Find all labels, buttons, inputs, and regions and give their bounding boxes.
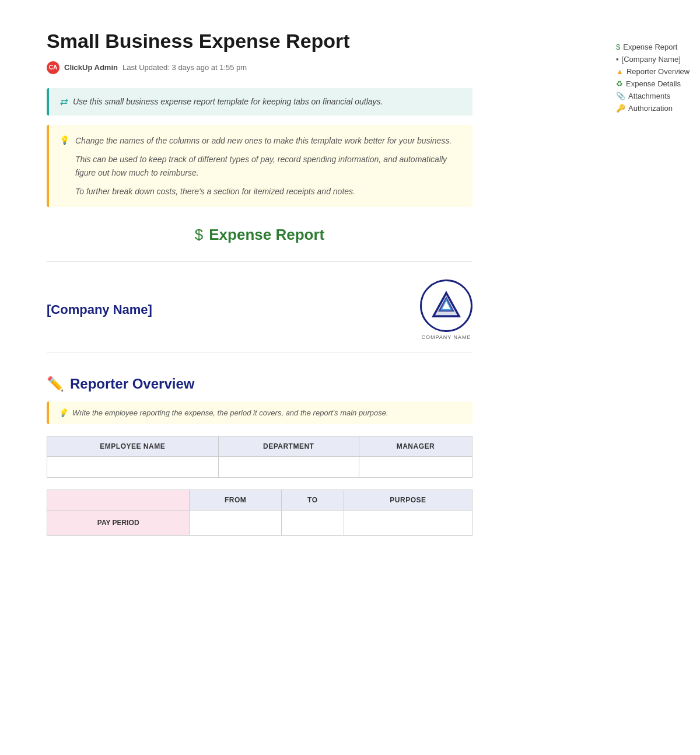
- sidebar: $ Expense Report ▪ [Company Name] ▲ Repo…: [607, 29, 700, 126]
- callout-yellow-icon: 💡: [60, 135, 69, 198]
- reporter-heading-icon: ✏️: [47, 376, 64, 392]
- sidebar-item-expense-details[interactable]: ♻ Expense Details: [616, 78, 691, 90]
- sidebar-item-attachments[interactable]: 📎 Attachments: [616, 90, 691, 102]
- callout-yellow-p3: To further break down costs, there's a s…: [75, 185, 462, 198]
- company-section: [Company Name] COMPANY NAME: [47, 279, 473, 340]
- square-icon: ▪: [616, 55, 619, 64]
- callout-yellow-p1: Change the names of the columns or add n…: [75, 134, 462, 147]
- callout-yellow: 💡 Change the names of the columns or add…: [47, 125, 473, 208]
- sidebar-label-authorization: Authorization: [628, 104, 673, 113]
- company-logo-container: COMPANY NAME: [420, 279, 473, 340]
- employee-table-header-row: EMPLOYEE NAME DEPARTMENT MANAGER: [47, 436, 473, 457]
- col-from: FROM: [190, 490, 281, 511]
- col-purpose: PURPOSE: [344, 490, 472, 511]
- expense-report-heading-text: Expense Report: [209, 226, 324, 244]
- reporter-callout-icon: 💡: [58, 408, 68, 417]
- sidebar-label-attachments: Attachments: [628, 92, 670, 100]
- pay-period-row-label: PAY PERIOD: [47, 511, 190, 536]
- pay-period-to-cell[interactable]: [281, 511, 344, 536]
- company-logo-circle: [420, 279, 473, 332]
- key-icon: 🔑: [616, 104, 625, 113]
- divider-1: [47, 261, 473, 262]
- pay-period-label-header: [47, 490, 190, 511]
- callout-teal-text: Use this small business expense report t…: [73, 97, 383, 106]
- pay-period-purpose-cell[interactable]: [344, 511, 472, 536]
- author-name: ClickUp Admin: [64, 63, 118, 72]
- divider-2: [47, 352, 473, 352]
- sidebar-label-company-name: [Company Name]: [622, 55, 681, 64]
- pay-period-data-row: PAY PERIOD: [47, 511, 473, 536]
- dollar-icon: $: [616, 43, 620, 51]
- employee-table: EMPLOYEE NAME DEPARTMENT MANAGER: [47, 436, 473, 478]
- meta-row: CA ClickUp Admin Last Updated: 3 days ag…: [47, 61, 473, 74]
- manager-cell[interactable]: [359, 457, 472, 478]
- reporter-heading: ✏️ Reporter Overview: [47, 376, 473, 392]
- avatar: CA: [47, 61, 60, 74]
- reporter-callout: 💡 Write the employee reporting the expen…: [47, 401, 473, 424]
- callout-teal: ⇄ Use this small business expense report…: [47, 88, 473, 116]
- sidebar-label-reporter-overview: Reporter Overview: [626, 67, 690, 76]
- callout-teal-icon: ⇄: [60, 96, 67, 107]
- col-to: TO: [281, 490, 344, 511]
- recycle-icon: ♻: [616, 79, 623, 88]
- col-employee-name: EMPLOYEE NAME: [47, 436, 219, 457]
- col-manager: MANAGER: [359, 436, 472, 457]
- page-title: Small Business Expense Report: [47, 29, 473, 53]
- pay-period-table: FROM TO PURPOSE PAY PERIOD: [47, 490, 473, 536]
- company-logo-label: COMPANY NAME: [421, 334, 471, 340]
- company-name: [Company Name]: [47, 302, 152, 317]
- last-updated: Last Updated: 3 days ago at 1:55 pm: [123, 63, 247, 72]
- sidebar-item-reporter-overview[interactable]: ▲ Reporter Overview: [616, 65, 691, 78]
- col-department: DEPARTMENT: [218, 436, 359, 457]
- sidebar-item-company-name[interactable]: ▪ [Company Name]: [616, 53, 691, 65]
- sidebar-item-authorization[interactable]: 🔑 Authorization: [616, 102, 691, 114]
- triangle-icon: ▲: [616, 67, 624, 76]
- expense-report-dollar-icon: $: [195, 226, 203, 244]
- callout-yellow-content: Change the names of the columns or add n…: [75, 134, 462, 198]
- sidebar-label-expense-details: Expense Details: [626, 79, 681, 88]
- company-logo-svg: [429, 288, 464, 323]
- department-cell[interactable]: [218, 457, 359, 478]
- main-content: Small Business Expense Report CA ClickUp…: [0, 0, 508, 755]
- sidebar-item-expense-report[interactable]: $ Expense Report: [616, 41, 691, 53]
- employee-name-cell[interactable]: [47, 457, 219, 478]
- pay-period-from-cell[interactable]: [190, 511, 281, 536]
- reporter-callout-text: Write the employee reporting the expense…: [72, 408, 388, 417]
- reporter-heading-text: Reporter Overview: [70, 376, 194, 392]
- pay-period-header-row: FROM TO PURPOSE: [47, 490, 473, 511]
- paperclip-icon: 📎: [616, 92, 625, 100]
- employee-table-row: [47, 457, 473, 478]
- expense-report-heading: $ Expense Report: [47, 226, 473, 244]
- callout-yellow-p2: This can be used to keep track of differ…: [75, 153, 462, 179]
- sidebar-label-expense-report: Expense Report: [623, 43, 677, 51]
